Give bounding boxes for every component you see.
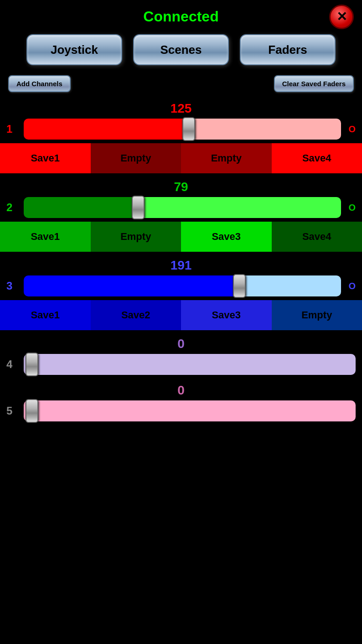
channel-4-value: 0 xyxy=(0,334,362,352)
channel-2-zero: O xyxy=(346,203,356,213)
channel-1-save-row: Save1 Empty Empty Save4 xyxy=(0,143,362,173)
channel-5-slider[interactable] xyxy=(24,400,356,421)
channel-4-slider[interactable] xyxy=(24,354,356,375)
channel-4-num: 4 xyxy=(6,358,19,371)
channel-3-track xyxy=(24,275,341,296)
channel-4-slider-row: 4 xyxy=(0,352,362,377)
channel-2-section: 79 2 O Save1 Empty Save3 Save4 xyxy=(0,175,362,254)
channel-2-save2[interactable]: Empty xyxy=(91,222,181,252)
channel-1-thumb[interactable] xyxy=(182,117,195,141)
scenes-button[interactable]: Scenes xyxy=(133,34,229,65)
channel-3-num: 3 xyxy=(6,280,19,292)
channel-1-save3[interactable]: Empty xyxy=(181,143,272,173)
channel-1-value: 125 xyxy=(0,99,362,117)
header: Connected ✕ xyxy=(0,0,362,30)
channel-1-track xyxy=(24,119,341,140)
channel-5-value: 0 xyxy=(0,380,362,399)
joystick-button[interactable]: Joystick xyxy=(26,34,122,65)
channel-3-save1[interactable]: Save1 xyxy=(0,300,91,330)
channel-2-value: 79 xyxy=(0,177,362,195)
channel-3-save-row: Save1 Save2 Save3 Empty xyxy=(0,300,362,330)
faders-button[interactable]: Faders xyxy=(240,34,336,65)
channel-1-save1[interactable]: Save1 xyxy=(0,143,91,173)
channel-3-slider-row: 3 O xyxy=(0,274,362,298)
close-icon: ✕ xyxy=(336,10,347,23)
channel-1-zero: O xyxy=(346,124,356,135)
channel-3-value: 191 xyxy=(0,255,362,274)
channel-2-track xyxy=(24,197,341,218)
channel-4-track xyxy=(24,354,356,375)
add-channels-button[interactable]: Add Channels xyxy=(8,75,71,92)
channel-3-zero: O xyxy=(346,281,356,291)
channel-2-num: 2 xyxy=(6,201,19,214)
channel-1-save4[interactable]: Save4 xyxy=(272,143,362,173)
channel-2-save4[interactable]: Save4 xyxy=(272,222,362,252)
channel-2-thumb[interactable] xyxy=(132,196,145,219)
channel-1-num: 1 xyxy=(6,123,19,135)
channel-3-thumb[interactable] xyxy=(233,274,246,298)
channel-5-slider-row: 5 xyxy=(0,399,362,423)
channel-2-save1[interactable]: Save1 xyxy=(0,222,91,252)
connection-status: Connected xyxy=(143,8,218,25)
channel-1-slider[interactable] xyxy=(24,119,341,140)
channel-1-save2[interactable]: Empty xyxy=(91,143,181,173)
channel-3-save3[interactable]: Save3 xyxy=(181,300,272,330)
close-button[interactable]: ✕ xyxy=(329,5,354,29)
action-row: Add Channels Clear Saved Faders xyxy=(0,73,362,97)
channel-5-num: 5 xyxy=(6,405,19,417)
channel-3-save2[interactable]: Save2 xyxy=(91,300,181,330)
channel-2-save-row: Save1 Empty Save3 Save4 xyxy=(0,222,362,252)
channel-2-slider-row: 2 O xyxy=(0,195,362,220)
channel-3-slider[interactable] xyxy=(24,275,341,296)
channel-2-slider[interactable] xyxy=(24,197,341,218)
channel-4-section: 0 4 xyxy=(0,332,362,379)
channel-5-thumb[interactable] xyxy=(26,399,38,423)
channel-3-section: 191 3 O Save1 Save2 Save3 Empty xyxy=(0,254,362,332)
channel-4-thumb[interactable] xyxy=(26,353,38,376)
channel-3-save4[interactable]: Empty xyxy=(272,300,362,330)
clear-saved-button[interactable]: Clear Saved Faders xyxy=(274,75,354,92)
channel-1-section: 125 1 O Save1 Empty Empty Save4 xyxy=(0,97,362,175)
channel-1-slider-row: 1 O xyxy=(0,117,362,141)
channel-5-track xyxy=(24,400,356,421)
nav-row: Joystick Scenes Faders xyxy=(0,30,362,73)
channel-5-section: 0 5 xyxy=(0,379,362,425)
channel-2-save3[interactable]: Save3 xyxy=(181,222,272,252)
